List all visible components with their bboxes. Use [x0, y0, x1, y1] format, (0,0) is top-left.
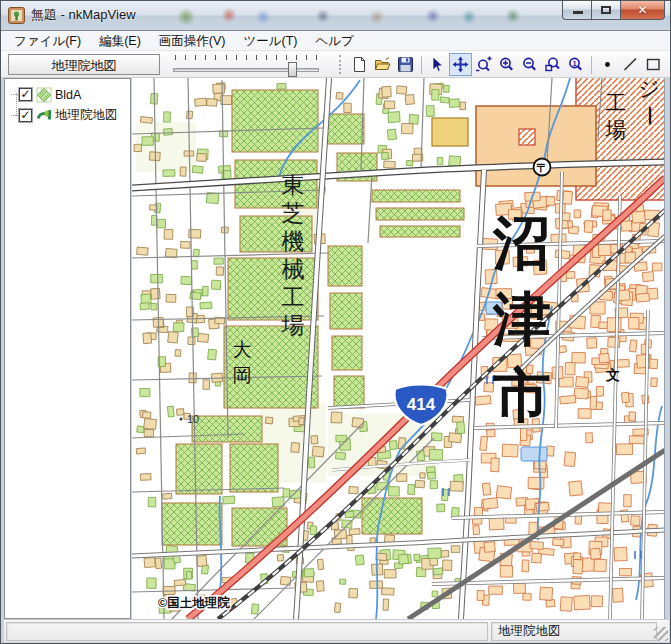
- factory-label: 工: [282, 284, 305, 310]
- layer-label[interactable]: BldA: [55, 88, 81, 102]
- app-window: 無題 - nkMapView ✕ ファイル(F) 編集(E) 画面操作(V) ツ…: [0, 0, 671, 644]
- toolbar-separator: [421, 56, 422, 74]
- zoom-actual-size-button[interactable]: 1: [564, 53, 587, 76]
- school-symbol: 文: [605, 367, 620, 383]
- circle-tool-button[interactable]: [665, 53, 671, 76]
- map-source-button[interactable]: 地理院地図: [8, 54, 160, 75]
- new-file-button[interactable]: [348, 53, 371, 76]
- zoom-dynamic-button[interactable]: [472, 53, 495, 76]
- zoom-out-button[interactable]: [518, 53, 541, 76]
- city-label: 津: [492, 286, 551, 351]
- slider-thumb[interactable]: [288, 62, 297, 77]
- rectangle-tool-button[interactable]: [642, 53, 665, 76]
- zoom-window-icon: [544, 56, 561, 73]
- zoom-out-icon: [521, 56, 538, 73]
- layers-panel: ✓ BldA ✓: [4, 78, 131, 619]
- gsi-map[interactable]: 〒 文 10 沼津市東芝機械工場ジー工場大岡 414 ©国土地理院: [132, 78, 665, 619]
- layer-label[interactable]: 地理院地図: [55, 107, 118, 124]
- menu-tools[interactable]: ツール(T): [234, 31, 306, 51]
- factory-label: 芝: [282, 200, 305, 226]
- map-attribution: ©国土地理院: [158, 595, 230, 610]
- zoom-in-icon: [498, 56, 515, 73]
- window-controls: ✕: [562, 1, 665, 20]
- gsi-map-icon: [36, 108, 52, 124]
- app-icon: [8, 7, 25, 24]
- pan-tool-button[interactable]: [449, 53, 472, 76]
- rectangle-tool-icon: [645, 56, 662, 73]
- toolbar-gripper: [339, 55, 342, 74]
- svg-text:1: 1: [572, 59, 576, 68]
- save-file-icon: [397, 56, 414, 73]
- layer-checkbox[interactable]: ✓: [19, 88, 32, 101]
- tree-connector: [16, 93, 17, 116]
- menu-view[interactable]: 画面操作(V): [150, 31, 235, 51]
- new-file-icon: [351, 56, 368, 73]
- factory-label: 械: [282, 256, 305, 282]
- menu-bar: ファイル(F) 編集(E) 画面操作(V) ツール(T) ヘルプ: [1, 30, 670, 51]
- open-file-icon: [374, 56, 391, 73]
- status-bar: 地理院地図: [4, 619, 669, 642]
- factory-label: 機: [281, 228, 305, 254]
- layer-item-blda[interactable]: ✓ BldA: [5, 84, 130, 105]
- title-bar[interactable]: 無題 - nkMapView ✕: [1, 1, 670, 30]
- point-tool-icon: [599, 56, 616, 73]
- zoom-slider[interactable]: [171, 53, 321, 76]
- pan-icon: [452, 56, 469, 73]
- minimize-button[interactable]: [562, 1, 592, 20]
- post-office-symbol: 〒: [536, 161, 548, 175]
- maximize-icon: [601, 6, 611, 14]
- open-file-button[interactable]: [371, 53, 394, 76]
- select-tool-button[interactable]: [426, 53, 449, 76]
- status-pane-empty: [6, 622, 488, 641]
- point-tool-button[interactable]: [596, 53, 619, 76]
- layer-checkbox[interactable]: ✓: [19, 109, 32, 122]
- menu-file[interactable]: ファイル(F): [5, 31, 90, 51]
- resize-grip[interactable]: [654, 627, 668, 641]
- factory-label: 場: [281, 312, 305, 338]
- district-label: 岡: [233, 365, 252, 386]
- window-title: 無題 - nkMapView: [31, 1, 136, 30]
- minimize-icon: [573, 11, 583, 14]
- factory2-label: 場: [605, 118, 627, 141]
- factory2-label: ー: [638, 105, 661, 126]
- zoom-in-button[interactable]: [495, 53, 518, 76]
- tool-buttons: 1: [348, 53, 671, 76]
- layers-tree: ✓ BldA ✓: [5, 79, 130, 126]
- status-pane-mapsource: 地理院地図: [491, 622, 657, 641]
- city-label: 市: [493, 362, 551, 427]
- line-tool-button[interactable]: [619, 53, 642, 76]
- zoom-actual-size-icon: 1: [567, 56, 584, 73]
- line-tool-icon: [622, 56, 639, 73]
- polygon-layer-icon: [36, 87, 52, 103]
- district-label: 大: [233, 339, 252, 360]
- slider-groove: [173, 68, 319, 72]
- city-label: 沼: [492, 210, 551, 275]
- factory2-label: 工: [606, 91, 627, 114]
- route-shield-number: 414: [407, 395, 436, 414]
- close-button[interactable]: ✕: [620, 1, 665, 20]
- menu-edit[interactable]: 編集(E): [90, 31, 150, 51]
- factory2-label: ジ: [638, 78, 660, 100]
- save-file-button[interactable]: [394, 53, 417, 76]
- select-cursor-icon: [429, 56, 446, 73]
- zoom-dynamic-icon: [475, 56, 492, 73]
- menu-help[interactable]: ヘルプ: [307, 31, 363, 51]
- map-viewport[interactable]: 〒 文 10 沼津市東芝機械工場ジー工場大岡 414 ©国土地理院: [132, 78, 665, 619]
- toolbar: 地理院地図: [1, 51, 670, 78]
- toolbar-separator: [591, 56, 592, 74]
- zoom-window-button[interactable]: [541, 53, 564, 76]
- spot-elevation: 10: [187, 413, 199, 425]
- factory-label: 東: [282, 172, 305, 198]
- layer-item-gsi[interactable]: ✓ 地理院地図: [5, 105, 130, 126]
- slider-ticks: [175, 55, 317, 60]
- maximize-button[interactable]: [592, 1, 620, 20]
